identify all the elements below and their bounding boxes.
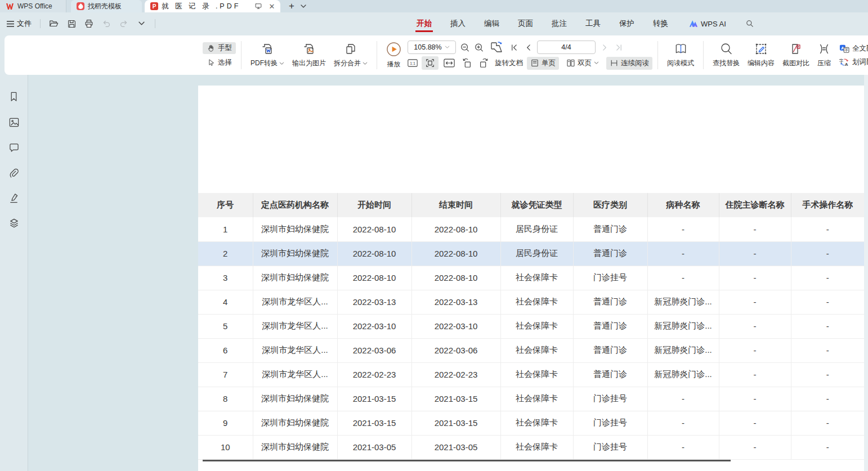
- compress-icon: [817, 42, 831, 56]
- hand-tool-button[interactable]: 手型: [203, 42, 236, 54]
- table-cell: -: [647, 241, 719, 266]
- select-tool-label: 选择: [218, 58, 232, 68]
- pdf-page[interactable]: 序号定点医药机构名称开始时间结束时间就诊凭证类型医疗类别病种名称住院主诊断名称手…: [198, 86, 864, 471]
- read-mode-button[interactable]: 阅读模式: [663, 41, 698, 69]
- attachment-icon[interactable]: [7, 165, 21, 180]
- menu-tab-annotate[interactable]: 批注: [551, 14, 568, 34]
- table-cell: 2022-03-13: [411, 290, 500, 314]
- table-cell: 2022-08-10: [411, 217, 500, 241]
- double-page-button[interactable]: 双页: [563, 57, 602, 70]
- rotate-left-button[interactable]: [460, 57, 473, 69]
- menu-tab-edit[interactable]: 编辑: [483, 14, 500, 34]
- export-as-image-button[interactable]: 输出为图片: [288, 41, 330, 69]
- table-row: 7深圳市龙华区人...2022-02-232022-02-23社会保障卡普通门诊…: [198, 362, 864, 387]
- single-page-button[interactable]: 单页: [527, 57, 559, 70]
- play-button[interactable]: 播放: [382, 41, 405, 70]
- tab-docer-templates[interactable]: 找稻壳模板: [71, 0, 142, 12]
- rotate-document-label[interactable]: 旋转文档: [495, 59, 523, 68]
- fit-page-button[interactable]: [422, 56, 439, 70]
- redo-icon[interactable]: [118, 17, 130, 30]
- table-cell: 2022-03-06: [337, 338, 411, 362]
- screen-cast-icon[interactable]: [252, 0, 265, 12]
- screenshot-compare-button[interactable]: 截图对比: [778, 41, 813, 69]
- document-workspace: 序号定点医药机构名称开始时间结束时间就诊凭证类型医疗类别病种名称住院主诊断名称手…: [0, 75, 868, 471]
- table-cell: 居民身份证: [500, 241, 573, 266]
- table-cell: 2022-03-13: [337, 290, 411, 314]
- column-header: 住院主诊断名称: [719, 193, 791, 217]
- tab-wps-office[interactable]: WPS Office: [0, 0, 66, 12]
- fit-width-button[interactable]: [442, 57, 456, 69]
- table-cell: 深圳市妇幼保健院: [253, 387, 337, 411]
- zoom-level-select[interactable]: 105.88%: [408, 41, 456, 54]
- last-page-button[interactable]: [614, 42, 624, 53]
- find-replace-icon: [719, 42, 733, 56]
- save-icon[interactable]: [65, 17, 78, 30]
- layers-icon[interactable]: [7, 216, 21, 231]
- word-translate-button[interactable]: 字A 划词翻译: [839, 57, 868, 67]
- table-cell: 2021-03-15: [337, 387, 411, 411]
- table-cell: 门诊挂号: [573, 387, 647, 411]
- close-tab-icon[interactable]: ✕: [266, 0, 278, 12]
- table-cell: -: [791, 241, 864, 266]
- menu-tab-home[interactable]: 开始: [415, 14, 433, 34]
- previous-page-button[interactable]: [523, 42, 533, 53]
- table-cell: 2022-08-10: [337, 217, 411, 241]
- page-number-input[interactable]: 4/4: [537, 41, 596, 54]
- rotate-pages-button[interactable]: [488, 42, 505, 53]
- chevron-down-icon: [445, 46, 450, 49]
- table-cell: 2022-03-06: [411, 338, 500, 362]
- wps-ai-button[interactable]: WPS AI: [689, 20, 726, 28]
- comment-icon[interactable]: [7, 140, 21, 155]
- divider: [703, 41, 704, 69]
- find-replace-button[interactable]: 查找替换: [709, 41, 744, 69]
- page-indicator: 4/4: [561, 43, 571, 51]
- svg-text:字: 字: [844, 47, 848, 52]
- search-icon[interactable]: [744, 17, 756, 30]
- undo-icon[interactable]: [100, 17, 113, 30]
- tab-list-chevron-icon[interactable]: [298, 0, 308, 12]
- open-file-icon[interactable]: [48, 17, 60, 30]
- menu-tab-page[interactable]: 页面: [517, 14, 534, 34]
- signature-icon[interactable]: [7, 191, 21, 205]
- continuous-read-button[interactable]: 连续阅读: [606, 57, 652, 70]
- table-cell: -: [719, 435, 791, 459]
- next-page-button[interactable]: [599, 42, 610, 53]
- find-replace-label: 查找替换: [713, 59, 740, 68]
- pdf-convert-icon: [261, 42, 274, 56]
- first-page-button[interactable]: [509, 42, 519, 53]
- edit-content-icon: [754, 42, 768, 56]
- zoom-out-button[interactable]: [460, 42, 470, 53]
- print-icon[interactable]: [83, 17, 95, 30]
- select-tool-button[interactable]: 选择: [203, 57, 236, 69]
- edit-content-button[interactable]: 编辑内容: [744, 41, 778, 69]
- pdf-convert-button[interactable]: PDF转换: [247, 41, 288, 69]
- file-menu[interactable]: 文件: [6, 16, 33, 31]
- split-merge-button[interactable]: 拆分合并: [330, 41, 372, 69]
- thumbnail-icon[interactable]: [7, 115, 21, 129]
- fulltext-translate-label: 全文翻译: [852, 44, 868, 53]
- table-bottom-border: [203, 460, 731, 461]
- medical-records-table: 序号定点医药机构名称开始时间结束时间就诊凭证类型医疗类别病种名称住院主诊断名称手…: [198, 193, 864, 460]
- edit-content-label: 编辑内容: [748, 59, 775, 68]
- export-image-icon: [302, 42, 316, 56]
- menu-tab-insert[interactable]: 插入: [449, 14, 467, 34]
- fulltext-translate-button[interactable]: A字 全文翻译: [839, 44, 868, 53]
- bookmark-icon[interactable]: [7, 89, 21, 104]
- rotate-right-button[interactable]: [477, 57, 491, 69]
- left-panel-sidebar: [0, 75, 28, 471]
- actual-size-button[interactable]: 1:1: [408, 57, 418, 69]
- chevron-down-icon: [279, 62, 284, 65]
- table-cell: 深圳市龙华区人...: [253, 290, 337, 314]
- compress-button[interactable]: 压缩: [813, 41, 835, 69]
- table-cell: 2022-03-10: [337, 314, 411, 338]
- table-cell: 居民身份证: [500, 217, 573, 241]
- zoom-in-button[interactable]: [474, 42, 484, 53]
- vertical-scrollbar[interactable]: [864, 75, 868, 471]
- menu-tab-convert[interactable]: 转换: [652, 14, 669, 34]
- column-header: 序号: [198, 193, 253, 217]
- more-actions-chevron-icon[interactable]: [135, 17, 147, 30]
- play-label: 播放: [387, 60, 401, 69]
- menu-tab-protect[interactable]: 保护: [618, 14, 636, 34]
- new-tab-button[interactable]: +: [285, 0, 298, 12]
- menu-tab-tools[interactable]: 工具: [584, 14, 602, 34]
